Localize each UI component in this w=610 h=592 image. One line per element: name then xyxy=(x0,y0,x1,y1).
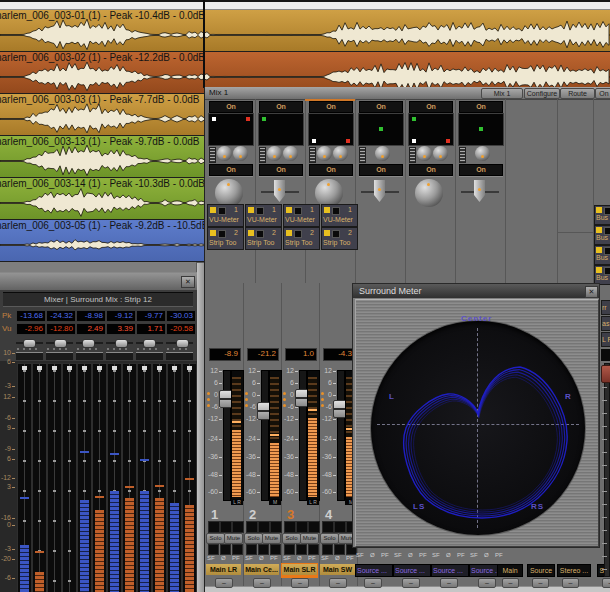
plugin-bypass-box[interactable] xyxy=(218,230,226,238)
meter-handle[interactable] xyxy=(142,366,147,370)
phase-button[interactable]: Ø xyxy=(370,552,375,558)
sf-button[interactable]: SF xyxy=(245,555,253,561)
sf-button[interactable]: SF xyxy=(356,552,364,558)
collapse-button[interactable]: – xyxy=(532,578,549,588)
collapse-button[interactable]: – xyxy=(478,578,496,588)
mute-button[interactable]: Mute xyxy=(262,533,281,544)
routing-box[interactable] xyxy=(220,521,232,533)
slider-handle[interactable] xyxy=(23,339,36,348)
pan-pointer-handle[interactable] xyxy=(274,180,285,202)
pan-knob-large[interactable] xyxy=(415,179,443,207)
channel-on-button[interactable]: On xyxy=(309,164,353,176)
plugin-bypass-box[interactable] xyxy=(256,230,264,238)
routing-box[interactable] xyxy=(296,521,308,533)
output-assignment-button[interactable]: Main SW xyxy=(320,564,355,575)
collapse-button[interactable]: – xyxy=(364,578,382,588)
plugin-slot-strip-tools[interactable]: 2Strip Too xyxy=(283,227,320,250)
plugin-slot-vu-meter[interactable]: 1VU-Meter xyxy=(207,204,244,227)
collapse-button[interactable]: – xyxy=(215,578,233,588)
channel-button[interactable] xyxy=(16,352,43,360)
output-assignment-button[interactable]: Main Ce... xyxy=(244,564,279,575)
pf-button[interactable]: PF xyxy=(308,555,316,561)
meter-handle[interactable] xyxy=(37,366,42,370)
slider-handle[interactable] xyxy=(143,339,156,348)
surround-pan-pad[interactable] xyxy=(208,113,254,146)
bus-routing-button[interactable]: Bus xyxy=(594,225,610,245)
bus-routing-button[interactable]: Bus xyxy=(594,245,610,265)
slider-handle[interactable] xyxy=(82,339,95,348)
assign-box[interactable] xyxy=(246,544,257,555)
assign-box[interactable] xyxy=(296,544,307,555)
small-knob[interactable] xyxy=(433,146,448,161)
channel-on-button[interactable]: On xyxy=(209,101,253,113)
pan-knob-large[interactable] xyxy=(315,179,343,207)
slider-handle[interactable] xyxy=(54,339,67,348)
plugin-slot-vu-meter[interactable]: 1VU-Meter xyxy=(283,204,320,227)
channel-on-button[interactable]: On xyxy=(409,101,453,113)
pan-slider[interactable] xyxy=(136,337,163,350)
collapse-button[interactable]: – xyxy=(502,578,519,588)
channel-on-button[interactable]: On xyxy=(459,164,503,176)
plugin-slot-vu-meter[interactable]: 1VU-Meter xyxy=(245,204,282,227)
collapse-button[interactable]: – xyxy=(602,578,610,588)
mute-button[interactable]: Mute xyxy=(300,533,319,544)
phase-button[interactable]: Ø xyxy=(446,552,451,558)
bus-strip-label[interactable]: Source xyxy=(527,564,555,577)
output-assignment-button[interactable]: Main SLR xyxy=(282,564,317,577)
routing-box[interactable] xyxy=(284,521,296,533)
bus-strip-label[interactable]: Stereo ... xyxy=(557,564,591,577)
surround-pan-pad[interactable] xyxy=(458,113,504,146)
pf-button[interactable]: PF xyxy=(232,555,240,561)
pan-slider[interactable] xyxy=(46,337,73,350)
solo-button[interactable]: Solo xyxy=(282,533,301,544)
channel-on-button[interactable]: On xyxy=(309,101,353,113)
output-assignment-button[interactable]: Source ... xyxy=(431,564,469,577)
sf-button[interactable]: SF xyxy=(470,552,478,558)
phase-button[interactable]: Ø xyxy=(221,555,226,561)
plugin-bypass-box[interactable] xyxy=(332,207,340,215)
small-knob[interactable] xyxy=(267,146,282,161)
bus-strip-label[interactable]: Main xyxy=(497,564,523,577)
channel-on-button[interactable]: On xyxy=(259,101,303,113)
sf-button[interactable]: SF xyxy=(432,552,440,558)
routing-box[interactable] xyxy=(334,521,346,533)
plugin-bypass-box[interactable] xyxy=(294,230,302,238)
collapse-button[interactable]: – xyxy=(402,578,420,588)
plugin-bypass-box[interactable] xyxy=(294,207,302,215)
mute-button[interactable]: Mute xyxy=(224,533,243,544)
pf-button[interactable]: PF xyxy=(419,552,427,558)
slider-handle[interactable] xyxy=(176,339,189,348)
channel-button[interactable] xyxy=(76,352,103,360)
solo-button[interactable]: Solo xyxy=(244,533,263,544)
small-knob[interactable] xyxy=(417,146,432,161)
meter-handle[interactable] xyxy=(172,366,177,370)
plugin-slot-strip-tools[interactable]: 2Strip Too xyxy=(321,227,358,250)
phase-button[interactable]: Ø xyxy=(259,555,264,561)
edge-partial-button[interactable]: rr xyxy=(601,300,610,315)
plugin-slot-strip-tools[interactable]: 2Strip Too xyxy=(207,227,244,250)
pf-button[interactable]: PF xyxy=(381,552,389,558)
output-assignment-button[interactable]: Source ... xyxy=(393,564,431,577)
edge-partial-button[interactable]: L R xyxy=(601,332,610,347)
output-assignment-button[interactable]: Main LR xyxy=(206,564,241,575)
assign-box[interactable] xyxy=(270,544,281,555)
pan-slider[interactable] xyxy=(166,337,193,350)
plugin-slot-vu-meter[interactable]: 1VU-Meter xyxy=(321,204,358,227)
meter-handle[interactable] xyxy=(97,366,102,370)
channel-on-button[interactable]: On xyxy=(409,164,453,176)
small-knob[interactable] xyxy=(217,146,232,161)
pan-slider[interactable] xyxy=(106,337,133,350)
channel-button[interactable] xyxy=(106,352,133,360)
plugin-bypass-box[interactable] xyxy=(218,207,226,215)
pf-button[interactable]: PF xyxy=(270,555,278,561)
collapse-button[interactable]: – xyxy=(562,578,579,588)
phase-button[interactable]: Ø xyxy=(484,552,489,558)
small-knob[interactable] xyxy=(317,146,332,161)
edge-partial-button[interactable]: as xyxy=(601,316,610,331)
channel-button[interactable] xyxy=(136,352,163,360)
assign-box[interactable] xyxy=(334,544,345,555)
assign-box[interactable] xyxy=(308,544,319,555)
meter-handle[interactable] xyxy=(157,366,162,370)
pf-button[interactable]: PF xyxy=(346,555,354,561)
phase-button[interactable]: Ø xyxy=(335,555,340,561)
